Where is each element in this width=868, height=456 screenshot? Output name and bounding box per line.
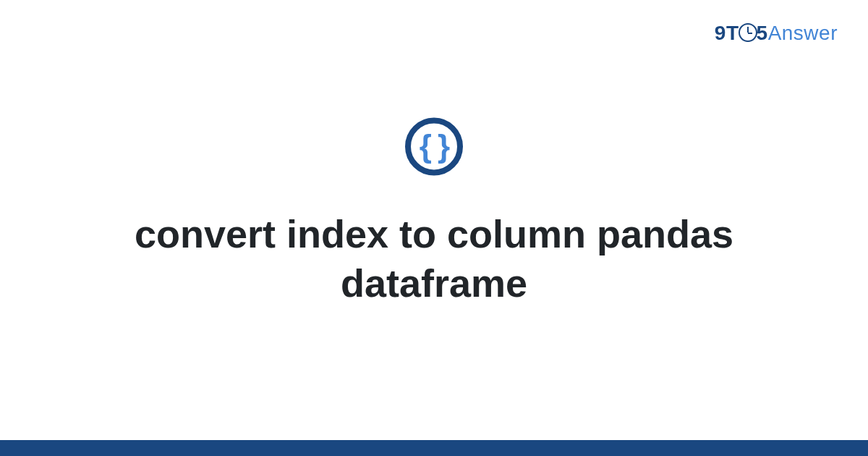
logo-text-5: 5 [757,22,768,44]
braces-glyph: { } [420,130,448,162]
code-braces-icon: { } [405,117,463,175]
main-content: { } convert index to column pandas dataf… [0,117,868,308]
site-logo: 9T5Answer [715,22,838,45]
footer-bar [0,440,868,456]
logo-text-answer: Answer [768,22,838,44]
page-title: convert index to column pandas dataframe [0,210,868,308]
clock-icon [739,23,757,42]
logo-text-9t: 9T [715,22,739,44]
